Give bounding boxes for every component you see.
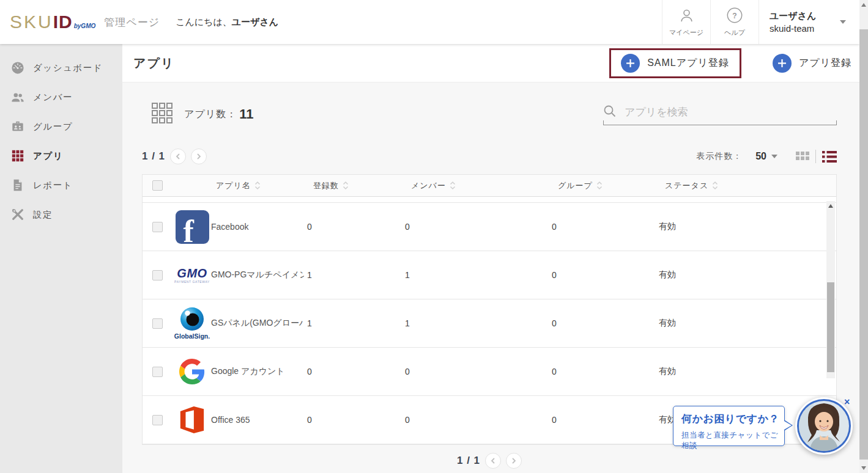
chevron-down-icon[interactable] bbox=[771, 155, 777, 158]
person-icon bbox=[678, 7, 695, 26]
sidebar-item-settings[interactable]: 設定 bbox=[0, 200, 122, 229]
members-count: 1 bbox=[402, 270, 549, 280]
page-scrollbar[interactable] bbox=[859, 0, 868, 473]
column-header-groups[interactable]: グループ bbox=[549, 180, 656, 191]
next-page-button[interactable] bbox=[191, 148, 207, 164]
row-checkbox[interactable] bbox=[152, 318, 163, 329]
svg-text:?: ? bbox=[732, 12, 736, 20]
table-scrollbar[interactable] bbox=[826, 201, 835, 378]
grid-view-button[interactable] bbox=[796, 152, 809, 161]
sidebar-item-reports[interactable]: レポート bbox=[0, 170, 122, 200]
registrations-count: 0 bbox=[304, 222, 402, 232]
prev-page-button[interactable] bbox=[170, 148, 186, 164]
row-checkbox[interactable] bbox=[152, 270, 163, 280]
list-view-button-active[interactable] bbox=[822, 151, 837, 163]
sidebar-item-members[interactable]: メンバー bbox=[0, 82, 122, 112]
grid-outline-icon bbox=[151, 102, 173, 127]
list-controls-row: 1 / 1 表示件数： 50 bbox=[142, 147, 837, 166]
mypage-button[interactable]: マイページ bbox=[662, 0, 710, 44]
sidebar-label-reports: レポート bbox=[33, 180, 73, 191]
status-value: 有効 bbox=[656, 221, 836, 232]
google-logo-icon bbox=[173, 359, 211, 384]
registrations-count: 1 bbox=[304, 318, 402, 328]
groups-count: 0 bbox=[549, 318, 656, 328]
scroll-up-arrow-icon[interactable] bbox=[828, 204, 833, 208]
saml-register-label: SAMLアプリ登録 bbox=[647, 57, 729, 70]
admin-page-label: 管理ページ bbox=[104, 15, 160, 29]
chat-close-button[interactable]: × bbox=[844, 397, 850, 407]
groups-count: 0 bbox=[549, 415, 656, 425]
table-row-globalsign[interactable]: GlobalSign. GSパネル(GMOグローバ... 1 1 0 有効 bbox=[143, 299, 836, 348]
table-row-facebook[interactable]: f Facebook 0 0 0 有効 bbox=[143, 203, 836, 251]
people-icon bbox=[10, 90, 25, 104]
page-size-label: 表示件数： bbox=[696, 151, 742, 162]
app-count: アプリ数： 11 bbox=[151, 102, 253, 127]
column-header-status[interactable]: ステータス bbox=[656, 180, 836, 191]
table-scrollbar-thumb[interactable] bbox=[827, 282, 834, 372]
column-header-app-name[interactable]: アプリ名 bbox=[173, 180, 304, 191]
footer-pagination: 1 / 1 bbox=[142, 451, 837, 471]
column-header-members[interactable]: メンバー bbox=[402, 180, 549, 191]
select-all-checkbox[interactable] bbox=[152, 180, 163, 191]
table-row-google[interactable]: Google アカウント 0 0 0 有効 bbox=[143, 348, 836, 396]
account-names: ユーザさん skuid-team bbox=[770, 10, 816, 34]
app-register-button[interactable]: アプリ登録 bbox=[773, 54, 851, 73]
row-checkbox[interactable] bbox=[152, 367, 163, 377]
account-menu[interactable]: ユーザさん skuid-team bbox=[759, 0, 859, 44]
top-header: SKUIDbyGMO 管理ページ こんにちは、ユーザさん マイページ ? ヘルプ… bbox=[0, 0, 859, 44]
sort-icon[interactable] bbox=[449, 180, 456, 191]
next-page-button[interactable] bbox=[506, 453, 522, 469]
app-count-label: アプリ数： bbox=[184, 108, 237, 121]
partially-scrolled-row bbox=[143, 197, 836, 203]
skuid-logo[interactable]: SKUIDbyGMO bbox=[10, 12, 95, 32]
sort-icon[interactable] bbox=[342, 180, 349, 191]
search-input[interactable] bbox=[625, 106, 826, 119]
registrations-count: 0 bbox=[304, 367, 402, 376]
sort-icon[interactable] bbox=[596, 180, 603, 191]
plus-icon bbox=[621, 54, 640, 73]
report-icon bbox=[10, 178, 25, 192]
page-size-value[interactable]: 50 bbox=[755, 151, 766, 162]
mypage-label: マイページ bbox=[669, 28, 703, 37]
header-label: 登録数 bbox=[313, 180, 339, 191]
row-checkbox[interactable] bbox=[152, 222, 163, 232]
page-scrollbar-thumb[interactable] bbox=[859, 29, 868, 460]
app-name: Office 365 bbox=[211, 415, 304, 425]
saml-register-highlight-box: SAMLアプリ登録 bbox=[609, 48, 741, 78]
scroll-up-arrow-icon[interactable] bbox=[861, 3, 866, 7]
column-header-registrations[interactable]: 登録数 bbox=[304, 180, 402, 191]
page-indicator-bottom: 1 / 1 bbox=[457, 455, 480, 467]
sidebar-label-settings: 設定 bbox=[33, 209, 53, 221]
groups-count: 0 bbox=[549, 270, 656, 280]
header-label: グループ bbox=[558, 180, 593, 191]
table-row-gmo-pg[interactable]: GMO PAYMENT GATEWAY GMO-PGマルチペイメン... 1 1… bbox=[143, 251, 836, 299]
apps-table: アプリ名 登録数 メンバー グループ ステータス bbox=[142, 174, 837, 445]
registrations-count: 0 bbox=[304, 415, 402, 425]
groups-count: 0 bbox=[549, 222, 656, 232]
sidebar-item-groups[interactable]: グループ bbox=[0, 112, 122, 141]
app-name: Google アカウント bbox=[211, 366, 304, 377]
sidebar-label-members: メンバー bbox=[33, 92, 73, 103]
facebook-logo-icon: f bbox=[173, 210, 211, 244]
office365-logo-icon bbox=[173, 406, 211, 434]
app-name: Facebook bbox=[211, 222, 304, 232]
scroll-down-arrow-icon[interactable] bbox=[861, 466, 866, 470]
header-label: ステータス bbox=[665, 180, 708, 191]
prev-page-button[interactable] bbox=[485, 453, 501, 469]
help-button[interactable]: ? ヘルプ bbox=[710, 0, 759, 44]
header-right-nav: マイページ ? ヘルプ ユーザさん skuid-team bbox=[662, 0, 859, 44]
sort-icon[interactable] bbox=[711, 180, 719, 191]
members-count: 1 bbox=[402, 318, 549, 328]
row-checkbox[interactable] bbox=[152, 415, 163, 425]
greeting-text: こんにちは、ユーザさん bbox=[176, 16, 278, 28]
sidebar-item-apps[interactable]: アプリ bbox=[0, 141, 122, 170]
saml-register-button[interactable]: SAMLアプリ登録 bbox=[621, 54, 729, 73]
sort-icon[interactable] bbox=[254, 180, 261, 191]
chat-invite-bubble[interactable]: 何かお困りですか？ 担当者と直接チャットでご相談 bbox=[673, 406, 785, 446]
sidebar-item-dashboard[interactable]: ダッシュボード bbox=[0, 53, 122, 82]
globalsign-logo-icon: GlobalSign. bbox=[173, 307, 211, 340]
table-header-row: アプリ名 登録数 メンバー グループ ステータス bbox=[143, 175, 836, 197]
registrations-count: 1 bbox=[304, 270, 402, 280]
status-value: 有効 bbox=[656, 318, 836, 329]
apps-grid-icon bbox=[10, 149, 25, 163]
